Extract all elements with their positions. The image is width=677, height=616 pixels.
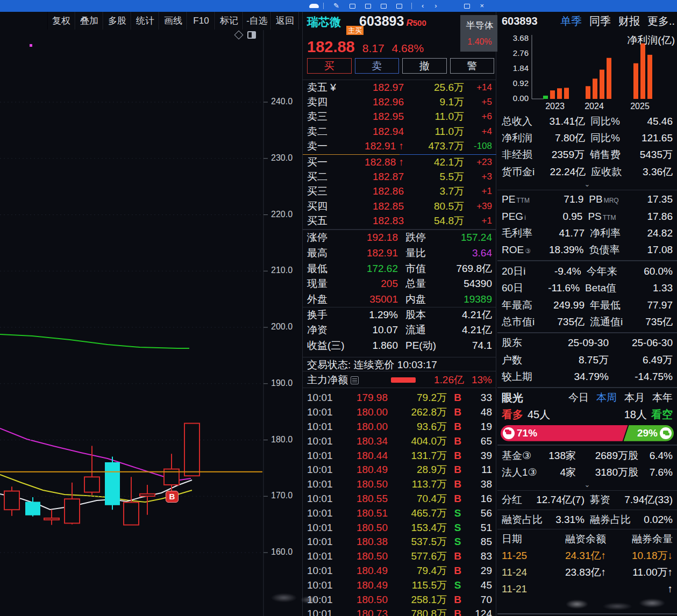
close-icon[interactable]: × (480, 0, 484, 12)
order-book-row-bid[interactable]: 买五182.8354.8万+1 (303, 214, 496, 228)
tick-side: B (447, 478, 468, 490)
order-button-买[interactable]: 买 (307, 58, 352, 74)
metric-label: 总市值i (502, 315, 535, 329)
tick-count: 124 (468, 608, 492, 616)
tick-count: 19 (468, 421, 492, 433)
metric-value: -11.6% (523, 282, 580, 294)
tick-volume: 79.4万 (388, 564, 447, 578)
mini-chart-ytick: 2.76 (513, 48, 529, 58)
holder-value: 34.79% (545, 371, 609, 383)
toolbar-button-画线[interactable]: 画线 (159, 12, 187, 30)
flow-detail-icon[interactable] (351, 376, 359, 384)
order-book-row-ask[interactable]: 卖三182.9511.0万+6 (303, 110, 496, 124)
order-book-row-ask[interactable]: 卖五 ¥182.9725.6万+14 (303, 80, 496, 95)
tick-count: 39 (468, 450, 492, 462)
order-button-警[interactable]: 警 (450, 58, 495, 74)
ma-green-line (0, 334, 189, 348)
metric-value: 71.9 (530, 194, 583, 205)
diamond-marker-icon[interactable] (234, 31, 244, 40)
edit-pencil-icon[interactable]: ✎ (333, 0, 339, 12)
toolbar-button-多股[interactable]: 多股 (103, 12, 131, 30)
stat-value: 4.21亿 (448, 323, 492, 337)
maximize-icon[interactable] (464, 4, 470, 9)
tab-单季[interactable]: 单季 (560, 14, 582, 28)
order-book-row-bid[interactable]: 买三182.863.7万+1 (303, 184, 496, 199)
sentiment-tab-本月[interactable]: 本月 (624, 391, 645, 405)
thumb-up-icon[interactable] (503, 427, 515, 439)
expand-chevron-icon[interactable]: ⌄ (497, 181, 677, 189)
sentiment-tab-本周[interactable]: 本周 (596, 391, 617, 405)
metric-label: 应收款 (591, 165, 622, 179)
toolbar-button-F10[interactable]: F10 (187, 12, 215, 30)
tick-list[interactable]: 10:01179.9879.2万B3310:01180.00262.8万B481… (303, 391, 496, 616)
stat-label: 总量 (405, 277, 448, 291)
tick-time: 10:01 (307, 507, 338, 519)
metric-value: 17.08 (619, 244, 673, 256)
stat-value: 157.24 (448, 232, 492, 243)
sentiment-title: 眼光 (502, 391, 523, 405)
order-book-row-ask[interactable]: 卖二182.9411.0万+4 (303, 124, 496, 139)
up-arrow-icon: ↑ (396, 140, 404, 152)
candle (65, 499, 80, 523)
toolbar-button-返回[interactable]: 返回 (271, 12, 299, 30)
order-book-row-bid[interactable]: 买二182.875.5万+3 (303, 169, 496, 184)
stock-name[interactable]: 瑞芯微 (307, 15, 341, 30)
bull-vote-bar[interactable]: 71% (501, 425, 628, 441)
raise-value: 7.94亿(33) (610, 493, 673, 507)
cloud-sync-icon[interactable] (309, 4, 319, 8)
level-price: 182.88 ↑ (343, 156, 404, 168)
price-axis-label: 160.0 (271, 547, 299, 557)
toolbar-button-叠加[interactable]: 叠加 (75, 12, 103, 30)
order-button-撤[interactable]: 撤 (402, 58, 447, 74)
back-arrow-icon[interactable]: ‹ (422, 0, 424, 12)
tick-side: B (447, 464, 468, 476)
level-volume: 5.5万 (404, 170, 464, 184)
candle (4, 491, 19, 510)
forward-arrow-icon[interactable]: › (434, 0, 437, 12)
trash-icon[interactable] (396, 4, 402, 9)
new-window-icon[interactable] (365, 4, 371, 9)
bull-label: 看多 (502, 407, 523, 422)
sentiment-tab-本年[interactable]: 本年 (652, 391, 673, 405)
toolbar-button-标记[interactable]: 标记 (215, 12, 243, 30)
panel-layout-icon[interactable] (247, 31, 256, 39)
expand-chevron-icon[interactable]: ⌄ (497, 481, 677, 489)
tick-row: 10:01180.51465.7万S56 (303, 506, 496, 520)
sentiment-tab-今日[interactable]: 今日 (568, 391, 589, 405)
stat-label: 外盘 (307, 292, 354, 306)
tick-side: B (447, 608, 468, 616)
clipboard-icon[interactable] (381, 4, 387, 9)
bear-vote-bar[interactable]: 29% (624, 425, 674, 441)
kline-chart[interactable]: 240.0230.0220.0210.0200.0190.0180.0170.0… (0, 30, 302, 616)
tick-price: 180.49 (338, 579, 388, 591)
margin-table-row: 11-2423.83亿↑11.00万↑ (497, 564, 677, 581)
toolbar-button--自选[interactable]: -自选 (243, 12, 271, 30)
order-book-row-bid[interactable]: 买四182.8580.5万+39 (303, 199, 496, 213)
level-label: 买三 (307, 184, 343, 198)
order-book-row-bid[interactable]: 买一182.88 ↑42.1万+23 (303, 155, 496, 169)
metric-label: 非经损 (502, 148, 532, 162)
tick-side: B (447, 450, 468, 462)
tab-财报[interactable]: 财报 (618, 14, 640, 28)
holder-value: -14.75% (609, 371, 673, 383)
window-split-icon[interactable] (350, 4, 355, 9)
titlebar-divider (323, 3, 324, 9)
tab-同季[interactable]: 同季 (589, 14, 611, 28)
buy-signal-marker: B (166, 491, 179, 503)
order-button-卖[interactable]: 卖 (355, 58, 400, 74)
stat-value: 182.91 (354, 247, 398, 259)
tick-side: S (447, 579, 468, 591)
sector-box[interactable]: 半导体 1.40% (460, 15, 499, 52)
tick-volume: 780.8万 (388, 607, 447, 616)
toolbar-button-复权[interactable]: 复权 (47, 12, 75, 30)
toolbar-button-统计[interactable]: 统计 (131, 12, 159, 30)
tick-volume: 93.6万 (388, 420, 447, 434)
thumb-down-icon[interactable] (660, 427, 672, 439)
order-book-row-ask[interactable]: 卖四182.969.1万+5 (303, 95, 496, 109)
tick-count: 56 (468, 507, 492, 519)
metric-label: 负债率 (589, 243, 619, 257)
tick-row: 10:01180.50258.1万B70 (303, 592, 496, 607)
tab-更多..[interactable]: 更多.. (647, 14, 675, 28)
order-book-row-ask[interactable]: 卖一182.91 ↑473.7万-108 (303, 139, 496, 154)
profit-bar (633, 63, 638, 99)
